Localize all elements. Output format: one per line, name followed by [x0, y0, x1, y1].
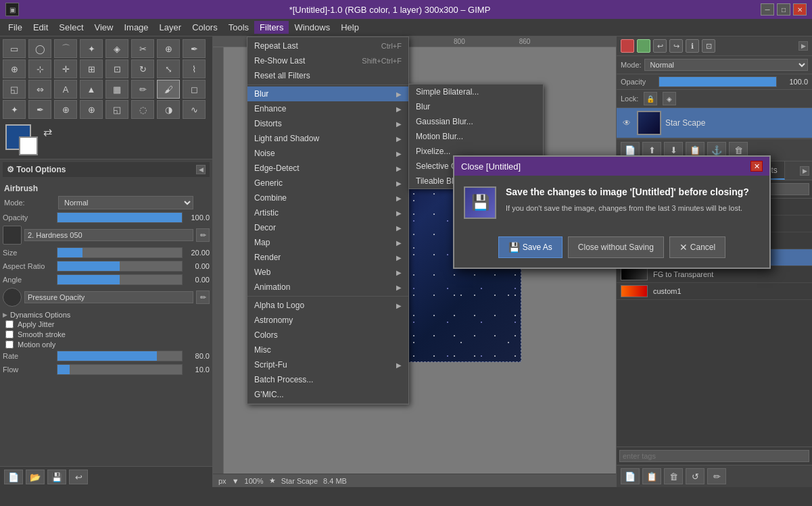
filter-map[interactable]: Map ▶: [247, 235, 408, 250]
swap-colors-icon[interactable]: ⇄: [43, 126, 52, 138]
tool-persp-clone[interactable]: ◱: [105, 100, 128, 119]
layer-item[interactable]: 👁 Star Scape: [617, 108, 812, 138]
tool-text[interactable]: A: [54, 80, 77, 99]
minimize-button[interactable]: ─: [761, 3, 774, 16]
brush-name-field[interactable]: [24, 229, 193, 241]
dynamics-options-arrow[interactable]: ▶: [3, 311, 7, 318]
menu-windows[interactable]: Windows: [289, 21, 335, 34]
filter-gmic[interactable]: G'MIC...: [247, 387, 408, 402]
size-slider[interactable]: [57, 247, 183, 258]
menu-select[interactable]: Select: [53, 21, 89, 34]
filter-animation[interactable]: Animation ▶: [247, 280, 408, 295]
filter-distorts[interactable]: Distorts ▶: [247, 116, 408, 131]
tool-pencil[interactable]: ✏: [131, 80, 154, 99]
right-panel-expand[interactable]: ▶: [798, 41, 808, 51]
tool-blur[interactable]: ◌: [131, 100, 154, 119]
filter-reset-all[interactable]: Reset all Filters: [247, 68, 408, 83]
lock-pixels-icon[interactable]: 🔒: [644, 92, 657, 105]
refresh-gradients-btn[interactable]: ↺: [686, 468, 704, 484]
maximize-button[interactable]: □: [777, 3, 790, 16]
aspect-ratio-slider[interactable]: [57, 261, 183, 272]
filter-alpha-to-logo[interactable]: Alpha to Logo ▶: [247, 298, 408, 313]
blur-gaussian[interactable]: Gaussian Blur...: [409, 114, 543, 129]
undo-btn[interactable]: ↩: [69, 470, 88, 484]
close-window-button[interactable]: ✕: [793, 3, 807, 16]
tool-path[interactable]: ✒: [183, 39, 206, 58]
save-dialog-close-btn[interactable]: ✕: [750, 161, 763, 172]
angle-slider[interactable]: [57, 274, 183, 285]
gradients-panel-expand[interactable]: ▶: [800, 166, 809, 176]
right-info-icon[interactable]: ℹ: [686, 39, 699, 53]
new-gradient-btn[interactable]: 📄: [621, 468, 640, 484]
mode-select[interactable]: Normal: [58, 196, 193, 209]
canvas-unit-arrow[interactable]: ▼: [232, 477, 239, 485]
gradient-item-custom1[interactable]: custom1: [617, 283, 812, 300]
edit-gradient-btn[interactable]: ✏: [707, 468, 726, 484]
tool-dodge-burn[interactable]: ◑: [157, 100, 180, 119]
filter-reshow-last[interactable]: Re-Show Last Shift+Ctrl+F: [247, 53, 408, 68]
filter-repeat-last[interactable]: Repeat Last Ctrl+F: [247, 39, 408, 53]
cancel-button[interactable]: ✕ Cancel: [669, 236, 725, 258]
tool-clone[interactable]: ⊕: [54, 100, 77, 119]
apply-jitter-checkbox[interactable]: [5, 320, 14, 328]
menu-filters[interactable]: Filters: [254, 21, 289, 34]
tool-scale[interactable]: ⤡: [157, 59, 180, 78]
filter-astronomy[interactable]: Astronomy: [247, 313, 408, 328]
tool-measure[interactable]: ⊹: [28, 59, 51, 78]
tool-bucket-fill[interactable]: ▲: [80, 80, 103, 99]
tool-airbrush[interactable]: ✦: [3, 100, 26, 119]
tool-fg-select[interactable]: ⊕: [157, 39, 180, 58]
tool-eraser[interactable]: ◻: [183, 80, 206, 99]
tool-fuzzy-select[interactable]: ✦: [80, 39, 103, 58]
tool-ellipse-select[interactable]: ◯: [28, 39, 51, 58]
menu-colors[interactable]: Colors: [187, 21, 223, 34]
menu-edit[interactable]: Edit: [28, 21, 53, 34]
menu-image[interactable]: Image: [118, 21, 153, 34]
filter-render[interactable]: Render ▶: [247, 250, 408, 265]
tool-flip[interactable]: ⇔: [28, 80, 51, 99]
filter-decor[interactable]: Decor ▶: [247, 220, 408, 235]
brush-edit-icon[interactable]: ✏: [196, 228, 210, 242]
right-tool-icon[interactable]: [637, 39, 650, 53]
background-color[interactable]: [19, 136, 38, 155]
tool-perspective[interactable]: ◱: [3, 80, 26, 99]
tool-rotate[interactable]: ↻: [131, 59, 154, 78]
dynamics-edit-icon[interactable]: ✏: [196, 290, 210, 304]
tool-align[interactable]: ⊞: [80, 59, 103, 78]
filter-enhance[interactable]: Enhance ▶: [247, 101, 408, 116]
filter-light-shadow[interactable]: Light and Shadow ▶: [247, 131, 408, 146]
tool-by-color[interactable]: ◈: [105, 39, 128, 58]
layer-visibility-icon[interactable]: 👁: [621, 117, 633, 129]
filter-edge-detect[interactable]: Edge-Detect ▶: [247, 161, 408, 176]
menu-help[interactable]: Help: [335, 21, 364, 34]
duplicate-gradient-btn[interactable]: 📋: [642, 468, 661, 484]
tool-rect-select[interactable]: ▭: [3, 39, 26, 58]
right-undo-icon[interactable]: ↩: [653, 39, 667, 53]
open-image-btn[interactable]: 📂: [26, 470, 45, 484]
dynamics-field[interactable]: [24, 291, 193, 303]
tool-zoom[interactable]: ⊕: [3, 59, 26, 78]
new-image-btn[interactable]: 📄: [4, 470, 23, 484]
right-nav-icon[interactable]: ⊡: [702, 39, 715, 53]
right-redo-icon[interactable]: ↪: [669, 39, 683, 53]
filter-combine[interactable]: Combine ▶: [247, 191, 408, 205]
smooth-stroke-checkbox[interactable]: [5, 330, 14, 338]
menu-layer[interactable]: Layer: [154, 21, 187, 34]
save-as-button[interactable]: 💾 Save As: [498, 236, 563, 258]
tool-ink[interactable]: ✒: [28, 100, 51, 119]
layer-mode-select[interactable]: Normal: [644, 59, 808, 71]
lock-alpha-icon[interactable]: ◈: [663, 92, 676, 105]
opacity-slider[interactable]: [57, 212, 183, 223]
tool-scissors[interactable]: ✂: [131, 39, 154, 58]
menu-tools[interactable]: Tools: [223, 21, 254, 34]
right-color-icon[interactable]: [621, 39, 634, 53]
tool-paintbrush[interactable]: 🖌: [157, 80, 180, 99]
save-image-btn[interactable]: 💾: [47, 470, 66, 484]
filter-blur[interactable]: Blur ▶: [247, 86, 408, 101]
flow-slider[interactable]: [57, 364, 183, 375]
blur-motion[interactable]: Motion Blur...: [409, 129, 543, 144]
tool-options-expand[interactable]: ◀: [196, 165, 206, 174]
filter-script-fu[interactable]: Script-Fu ▶: [247, 357, 408, 372]
filter-batch-process[interactable]: Batch Process...: [247, 372, 408, 387]
filter-misc[interactable]: Misc: [247, 343, 408, 357]
